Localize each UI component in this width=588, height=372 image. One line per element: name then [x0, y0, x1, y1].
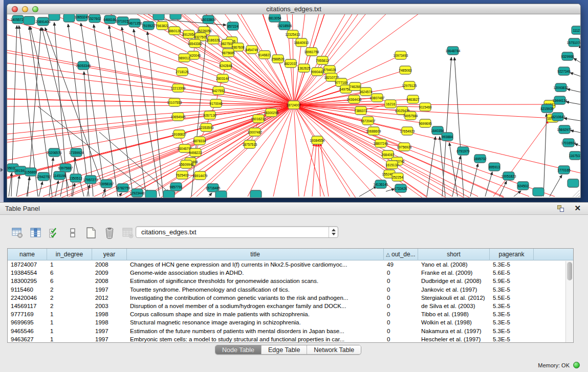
- cell-name[interactable]: 19384554: [8, 269, 47, 277]
- table-row[interactable]: 946362711997Embryonic stem cells: a mode…: [8, 335, 573, 343]
- cell-out_de[interactable]: 0: [384, 327, 418, 335]
- cell-out_de[interactable]: 0: [384, 335, 418, 343]
- cell-title[interactable]: Structural magnetic resonance image aver…: [127, 318, 384, 326]
- table-row[interactable]: 1456911722003Disruption of a novel membe…: [8, 302, 573, 310]
- cell-pagerank[interactable]: 5.9E-5: [490, 277, 534, 285]
- network-node[interactable]: [250, 190, 262, 198]
- column-header-title[interactable]: title: [127, 249, 384, 260]
- cell-in_degree[interactable]: 2: [47, 294, 92, 302]
- cell-name[interactable]: 18300295: [8, 277, 47, 285]
- cell-name[interactable]: 22420046: [8, 294, 47, 302]
- cell-short[interactable]: Yano et al. (2008): [418, 260, 490, 269]
- select-all-icon[interactable]: [47, 226, 61, 240]
- cell-in_degree[interactable]: 1: [47, 335, 92, 343]
- cell-pagerank[interactable]: 5.3E-5: [490, 260, 534, 269]
- cell-year[interactable]: 2012: [92, 294, 127, 302]
- close-window-button[interactable]: [12, 6, 18, 12]
- column-header-name[interactable]: name: [8, 249, 47, 260]
- cell-short[interactable]: Jankovic et al. (1997): [418, 286, 490, 294]
- table-vertical-scrollbar[interactable]: [565, 261, 573, 342]
- cell-in_degree[interactable]: 1: [47, 327, 92, 335]
- network-view-window[interactable]: citations_edges.txt 18724007123254131664…: [7, 4, 581, 198]
- cell-in_degree[interactable]: 1: [47, 318, 92, 326]
- grid-settings-icon[interactable]: [10, 226, 24, 240]
- column-header-pagerank[interactable]: pagerank: [490, 249, 534, 260]
- cell-title[interactable]: Tourette syndrome. Phenomenology and cla…: [127, 286, 384, 294]
- minimize-window-button[interactable]: [22, 6, 28, 12]
- cell-short[interactable]: Hescheler et al. (1997): [418, 335, 490, 343]
- cell-pagerank[interactable]: 5.3E-5: [490, 318, 534, 326]
- cell-year[interactable]: 1998: [92, 310, 127, 318]
- cell-in_degree[interactable]: 6: [47, 277, 92, 285]
- cell-out_de[interactable]: 0: [384, 318, 418, 326]
- cell-year[interactable]: 1997: [92, 335, 127, 343]
- cell-short[interactable]: Stergiakouli et al. (2012): [418, 294, 490, 302]
- cell-out_de[interactable]: 49: [384, 260, 418, 269]
- cell-year[interactable]: 2008: [92, 260, 127, 269]
- cell-short[interactable]: Franke et al. (2009): [418, 269, 490, 277]
- cell-in_degree[interactable]: 1: [47, 310, 92, 318]
- zoom-window-button[interactable]: [32, 6, 38, 12]
- cell-short[interactable]: Dudbridge et al. (2008): [418, 277, 490, 285]
- cell-title[interactable]: Embryonic stem cells: a model to study s…: [127, 335, 384, 343]
- select-columns-icon[interactable]: [29, 226, 42, 240]
- cell-out_de[interactable]: 0: [384, 286, 418, 294]
- network-node[interactable]: [533, 188, 544, 196]
- network-node[interactable]: [170, 14, 181, 19]
- cell-in_degree[interactable]: 1: [47, 260, 92, 269]
- network-node[interactable]: [153, 14, 164, 20]
- close-panel-icon[interactable]: ✕: [574, 204, 581, 213]
- delete-table-icon[interactable]: [102, 226, 116, 240]
- network-node[interactable]: [49, 14, 60, 20]
- cell-name[interactable]: 14569117: [8, 302, 47, 310]
- table-row[interactable]: 1938455462009Genome-wide association stu…: [8, 269, 573, 277]
- network-graph[interactable]: 1872400712325413166409101696175879558129…: [7, 14, 580, 198]
- cell-title[interactable]: Disruption of a novel member of a sodium…: [127, 302, 384, 310]
- panel-collapse-strip[interactable]: [0, 0, 4, 202]
- cell-title[interactable]: Estimation of the future numbers of pati…: [127, 327, 384, 335]
- cell-pagerank[interactable]: 5.6E-5: [490, 269, 534, 277]
- cell-out_de[interactable]: 0: [384, 310, 418, 318]
- cell-name[interactable]: 9465546: [8, 327, 47, 335]
- column-header-year[interactable]: year: [92, 249, 127, 260]
- column-header-in_degree[interactable]: in_degree: [47, 249, 92, 260]
- network-node[interactable]: [24, 16, 35, 25]
- column-header-out_de[interactable]: △out_de...: [384, 249, 418, 260]
- cell-in_degree[interactable]: 6: [47, 269, 92, 277]
- cell-out_de[interactable]: 0: [384, 302, 418, 310]
- cell-year[interactable]: 2003: [92, 302, 127, 310]
- scrollbar-thumb[interactable]: [567, 262, 572, 280]
- tab-node-table[interactable]: Node Table: [215, 345, 262, 354]
- window-titlebar[interactable]: citations_edges.txt: [7, 4, 580, 14]
- clear-selection-icon[interactable]: [66, 226, 79, 240]
- cell-pagerank[interactable]: 5.3E-5: [490, 286, 534, 294]
- cell-pagerank[interactable]: 5.5E-5: [490, 294, 534, 302]
- cell-out_de[interactable]: 0: [384, 294, 418, 302]
- cell-name[interactable]: 9463627: [8, 335, 47, 343]
- network-node[interactable]: [63, 14, 75, 22]
- cell-name[interactable]: 18724007: [8, 260, 47, 269]
- cell-name[interactable]: 9699695: [8, 318, 47, 326]
- cell-short[interactable]: Tibbo et al. (1998): [418, 310, 490, 318]
- table-row[interactable]: 969969511998Structural magnetic resonanc…: [8, 318, 573, 326]
- table-row[interactable]: 2242004622012Investigating the contribut…: [8, 294, 573, 302]
- cell-short[interactable]: Wolkin et al. (1998): [418, 318, 490, 326]
- cell-title[interactable]: Investigating the contribution of common…: [127, 294, 384, 302]
- cell-in_degree[interactable]: 2: [47, 302, 92, 310]
- column-header-short[interactable]: short: [418, 249, 490, 260]
- table-row[interactable]: 946554611997Estimation of the future num…: [8, 327, 573, 335]
- new-table-icon[interactable]: [84, 226, 98, 240]
- cell-title[interactable]: Genome-wide association studies in ADHD.: [127, 269, 384, 277]
- cell-short[interactable]: de Silva et al. (2003): [418, 302, 490, 310]
- network-node[interactable]: [215, 191, 227, 198]
- cell-pagerank[interactable]: 5.3E-5: [490, 335, 534, 343]
- cell-name[interactable]: 9115460: [8, 286, 47, 294]
- float-panel-icon[interactable]: [557, 205, 564, 212]
- cell-pagerank[interactable]: 5.3E-5: [490, 310, 534, 318]
- network-canvas[interactable]: 1872400712325413166409101696175879558129…: [7, 14, 580, 198]
- table-row[interactable]: 977716911998Corpus callosum shape and si…: [8, 310, 573, 318]
- network-node[interactable]: [163, 190, 175, 198]
- network-node[interactable]: [568, 179, 579, 187]
- cell-short[interactable]: Nakamura et al. (1997): [418, 327, 490, 335]
- cell-pagerank[interactable]: 5.3E-5: [490, 327, 534, 335]
